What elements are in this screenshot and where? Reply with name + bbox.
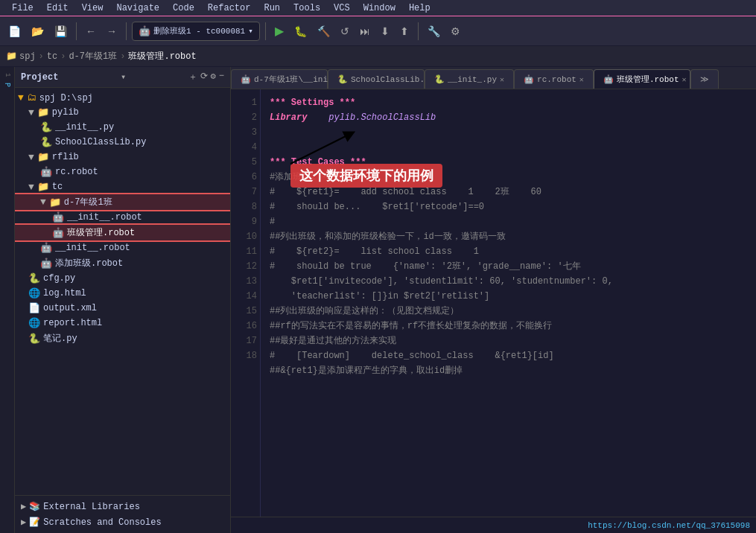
code-line-1: *** Settings *** <box>270 95 747 110</box>
tab-schoolclass[interactable]: 🐍 SchoolClassLib.py ✕ <box>328 69 425 89</box>
structure-strip-label[interactable]: P <box>1 80 13 90</box>
project-icon: 📁 <box>6 51 17 62</box>
scratches-row[interactable]: ▶ 📝 Scratches and Consoles <box>15 514 230 530</box>
line-num-18: 18 <box>234 348 257 363</box>
save-btn[interactable]: 💾 <box>51 23 71 39</box>
tab-class-manage[interactable]: 🤖 班级管理.robot ✕ <box>594 69 690 89</box>
code-line-17: ##&{ret1}是添加课程产生的字典，取出id删掉 <box>270 363 747 378</box>
tc-label: tc <box>52 182 63 192</box>
tab-rc-robot[interactable]: 🤖 rc.robot ✕ <box>514 69 594 89</box>
tree-grade-folder[interactable]: ▼ 📁 d-7年级1班 <box>15 194 230 210</box>
extra-btn[interactable]: ⚙ <box>447 23 464 39</box>
code-line-2: Library pylib.SchoolClassLib <box>270 110 747 125</box>
menu-help[interactable]: Help <box>403 1 436 15</box>
code-content[interactable]: *** Settings *** Library pylib.SchoolCla… <box>261 89 756 517</box>
log-label: log.html <box>43 288 86 299</box>
add-icon[interactable]: ＋ <box>188 71 197 83</box>
tree-rflib[interactable]: ▼ 📁 rflib <box>15 150 230 165</box>
run-btn[interactable]: ▶ <box>271 22 288 40</box>
debug-btn[interactable]: 🐛 <box>290 23 311 39</box>
sep2 <box>126 22 127 40</box>
forward-btn[interactable]: → <box>103 23 121 39</box>
build-btn[interactable]: 🔨 <box>314 23 334 39</box>
tree-tc[interactable]: ▼ 📁 tc <box>15 179 230 194</box>
grade-init-icon: 🤖 <box>52 211 64 223</box>
breadcrumb-file[interactable]: 班级管理.robot <box>128 50 196 63</box>
line-num-1: 1 <box>234 95 257 110</box>
init-py-label: __init__.py <box>55 122 114 133</box>
code-line-4 <box>270 140 747 155</box>
external-libraries-row[interactable]: ▶ 📚 External Libraries <box>15 499 230 514</box>
status-url[interactable]: https://blog.csdn.net/qq_37615098 <box>588 521 750 530</box>
tab-more[interactable]: ≫ <box>690 69 719 89</box>
code-line-15: ##最好是通过其他的方法来实现 <box>270 333 747 348</box>
code-line-8: # should be... $ret1['retcode']==0 <box>270 200 747 214</box>
step-over-btn[interactable]: ⏭ <box>356 23 374 39</box>
tab-init-py-close[interactable]: ✕ <box>500 75 504 84</box>
init-py-icon: 🐍 <box>40 121 52 133</box>
tree-add-class[interactable]: 🤖 添加班级.robot <box>15 255 230 271</box>
tab-class-manage-icon: 🤖 <box>603 74 614 84</box>
tree-cfg[interactable]: 🐍 cfg.py <box>15 271 230 286</box>
open-btn[interactable]: 📂 <box>28 23 48 39</box>
settings-btn[interactable]: 🔧 <box>424 23 444 39</box>
menu-file[interactable]: File <box>6 1 39 15</box>
tree-schoolclasslib[interactable]: 🐍 SchoolClassLib.py <box>15 135 230 150</box>
sep1 <box>76 22 77 40</box>
tc-folder-icon: 📁 <box>37 181 49 193</box>
step-into-btn[interactable]: ⬇ <box>377 23 393 39</box>
ext-lib-expand-icon: ▶ <box>21 501 26 512</box>
back-btn[interactable]: ← <box>82 23 100 39</box>
run-config-label: 删除班级1 - tc000081 <box>153 25 245 36</box>
menu-vcs[interactable]: VCS <box>328 1 356 15</box>
tree-output[interactable]: 📄 output.xml <box>15 301 230 316</box>
tab-class-manage-close[interactable]: ✕ <box>682 75 687 84</box>
line-num-17: 17 <box>234 333 257 348</box>
line-num-16: 16 <box>234 319 257 333</box>
code-line-14: ##rf的写法实在不是容易的事情，rf不擅长处理复杂的数据，不能换行 <box>270 319 747 333</box>
tree-init-py[interactable]: 🐍 __init__.py <box>15 120 230 135</box>
tree-rc-robot[interactable]: 🤖 rc.robot <box>15 165 230 179</box>
breadcrumb-spj[interactable]: 📁 spj <box>6 51 36 62</box>
add-class-label: 添加班级.robot <box>55 257 123 269</box>
menu-run[interactable]: Run <box>258 1 286 15</box>
project-strip-label[interactable]: 1 <box>2 70 13 80</box>
menu-edit[interactable]: Edit <box>41 1 74 15</box>
collapse-icon[interactable]: − <box>219 71 224 83</box>
menu-navigate[interactable]: Navigate <box>110 1 165 15</box>
breadcrumb-folder[interactable]: d-7年级1班 <box>69 50 117 63</box>
tab-rc-close[interactable]: ✕ <box>579 75 584 84</box>
rflib-label: rflib <box>52 152 79 162</box>
tab-init-py-icon: 🐍 <box>434 74 445 84</box>
step-out-btn[interactable]: ⬆ <box>396 23 413 39</box>
menu-code[interactable]: Code <box>167 1 200 15</box>
reload-btn[interactable]: ↺ <box>337 23 353 39</box>
line-num-6: 6 <box>234 170 257 185</box>
tree-root[interactable]: ▼ 🗂 spj D:\spj <box>15 91 230 105</box>
new-file-btn[interactable]: 📄 <box>4 23 25 39</box>
gear-icon[interactable]: ⚙ <box>211 71 216 83</box>
tree-log[interactable]: 🌐 log.html <box>15 286 230 301</box>
tree-class-manage[interactable]: 🤖 班级管理.robot <box>15 225 230 240</box>
tree-grade-init[interactable]: 🤖 __init__.robot <box>15 210 230 225</box>
tree-notes[interactable]: 🐍 笔记.py <box>15 331 230 346</box>
tab-init-py[interactable]: 🐍 __init_.py ✕ <box>425 69 514 89</box>
code-editor[interactable]: 1 2 3 4 5 6 7 8 9 10 11 12 13 14 15 16 1… <box>231 89 756 517</box>
robot-run-icon: 🤖 <box>139 25 150 37</box>
root-project-icon: 🗂 <box>27 92 36 103</box>
menu-window[interactable]: Window <box>358 1 401 15</box>
tab-rc-icon: 🤖 <box>524 74 534 84</box>
tree-report[interactable]: 🌐 report.html <box>15 316 230 331</box>
menu-refactor[interactable]: Refactor <box>202 1 257 15</box>
run-config[interactable]: 🤖 删除班级1 - tc000081 ▾ <box>132 22 260 41</box>
menu-tools[interactable]: Tools <box>288 1 326 15</box>
tree-tc-init[interactable]: 🤖 __init__.robot <box>15 240 230 255</box>
tree-pylib[interactable]: ▼ 📁 pylib <box>15 105 230 120</box>
tab-init-robot[interactable]: 🤖 d-7年级1班\__init_.robot ✕ <box>231 69 328 89</box>
line-num-11: 11 <box>234 244 257 259</box>
breadcrumb-tc[interactable]: tc <box>47 51 57 62</box>
sync-icon[interactable]: ⟳ <box>200 71 208 83</box>
menu-view[interactable]: View <box>76 1 109 15</box>
schoolclass-icon: 🐍 <box>40 136 52 148</box>
scratches-label: Scratches and Consoles <box>43 517 161 528</box>
